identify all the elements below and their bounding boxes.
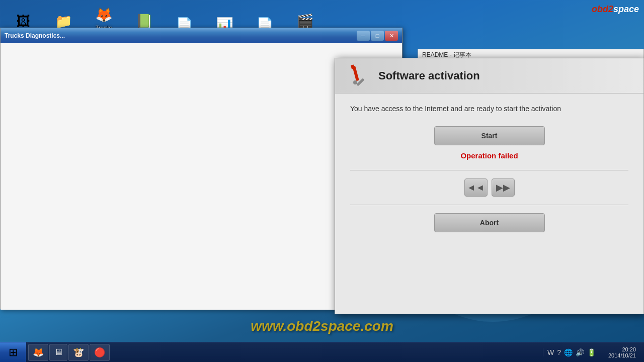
maximize-button[interactable]: □ (371, 31, 384, 41)
website-watermark: www.obd2space.com (251, 318, 393, 334)
system-tray: W ? 🌐 🔊 🔋 (543, 348, 600, 356)
explorer-taskbar-icon: 🖥 (54, 347, 63, 357)
navigation-buttons: ◄◄ ▶▶ (350, 178, 628, 197)
back-arrow-icon: ◄◄ (467, 183, 485, 193)
dialog-title: Software activation (378, 69, 480, 82)
forward-arrow-icon: ▶▶ (496, 182, 510, 193)
taskbar-item-app2[interactable]: 🐮 (68, 344, 89, 361)
app3-taskbar-icon: 🔴 (94, 347, 105, 358)
speaker-tray-icon: 🔊 (576, 348, 584, 356)
battery-tray-icon: 🔋 (587, 348, 596, 356)
svg-point-3 (353, 80, 357, 84)
network-tray-icon: 🌐 (564, 348, 573, 356)
clock-date: 2014/10/21 (608, 352, 636, 358)
taskbar-right: W ? 🌐 🔊 🔋 20:20 2014/10/21 (539, 346, 644, 358)
firefox-taskbar-icon: 🦊 (33, 347, 44, 358)
windows-logo-icon: ⊞ (9, 346, 18, 359)
dialog-body: You have access to the Internet and are … (335, 94, 643, 242)
back-button[interactable]: ◄◄ (464, 178, 488, 197)
svg-rect-1 (351, 64, 355, 69)
taskbar-item-firefox[interactable]: 🦊 (28, 344, 48, 361)
window-titlebar: Trucks Diagnostics... ─ □ ✕ (1, 28, 402, 43)
start-button[interactable]: ⊞ (0, 342, 26, 363)
obd2space-logo: obd2space (592, 4, 639, 15)
activation-dialog: Software activation You have access to t… (335, 58, 644, 314)
taskbar-item-app3[interactable]: 🔴 (90, 344, 110, 361)
abort-button[interactable]: Abort (434, 213, 545, 232)
close-button[interactable]: ✕ (385, 31, 398, 41)
separator-2 (350, 205, 628, 205)
separator (350, 170, 628, 170)
dialog-header: Software activation (335, 58, 643, 94)
logo-text: obd2space (592, 4, 639, 14)
desktop: obd2space 🖼 美图秀秀 📁 图片 🦊 Trucks Diagnosti… (0, 0, 644, 362)
dialog-message: You have access to the Internet and are … (350, 104, 628, 114)
taskbar-items: 🦊 🖥 🐮 🔴 (26, 344, 539, 361)
window-title: Trucks Diagnostics... (5, 32, 65, 39)
clock-time: 20:20 (608, 346, 636, 352)
minimize-button[interactable]: ─ (357, 31, 370, 41)
firefox-icon: 🦊 (94, 7, 114, 23)
operation-failed-message: Operation failed (350, 151, 628, 160)
app2-taskbar-icon: 🐮 (73, 347, 84, 358)
forward-button[interactable]: ▶▶ (492, 178, 515, 197)
window-controls: ─ □ ✕ (357, 31, 398, 41)
wps-tray-icon: W (547, 348, 554, 356)
taskbar: ⊞ 🦊 🖥 🐮 🔴 W ? 🌐 🔊 🔋 (0, 342, 644, 362)
start-button[interactable]: Start (434, 126, 545, 145)
help-tray-icon: ? (557, 348, 561, 356)
taskbar-item-explorer[interactable]: 🖥 (49, 344, 67, 361)
system-clock[interactable]: 20:20 2014/10/21 (604, 346, 640, 358)
tools-icon (345, 63, 370, 88)
